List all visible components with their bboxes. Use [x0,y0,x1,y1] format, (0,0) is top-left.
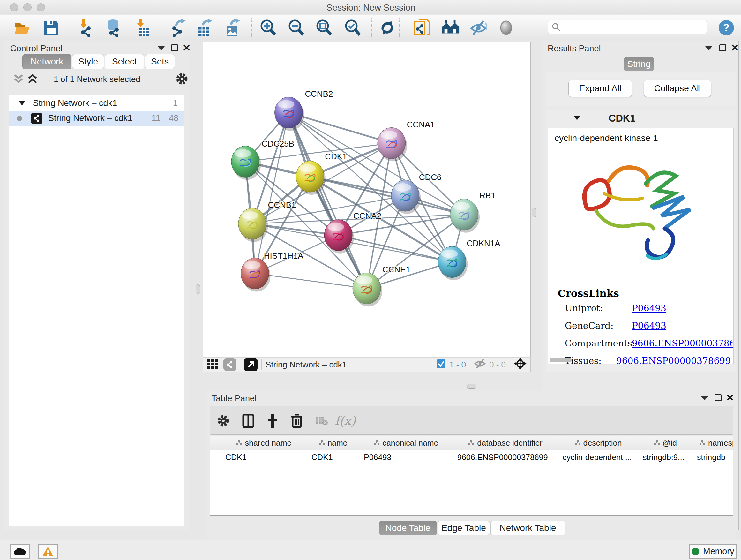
network-collection-row[interactable]: String Network – cdk1 1 [9,96,184,111]
tab-node-table[interactable]: Node Table [379,521,437,536]
tab-select[interactable]: Select [105,54,144,69]
table-cell[interactable]: CDK1 [221,450,307,464]
zoom-fit-icon[interactable] [315,18,333,37]
network-row[interactable]: String Network – cdk1 11 48 [9,111,184,126]
tab-network[interactable]: Network [22,54,71,69]
results-hscroll-thumb[interactable] [549,358,572,362]
panel-float-icon[interactable] [701,396,708,400]
table-cell[interactable]: 9606.ENSP00000378699 [453,450,558,464]
table-cell[interactable]: P06493 [359,450,453,464]
node-RB1[interactable]: RB1 [450,191,495,233]
edge-CCNB2-HIST1H1A[interactable] [255,113,289,273]
column-header-namespace[interactable]: namespace [692,436,733,449]
column-header-shared-name[interactable]: shared name [221,436,307,449]
network-badge-icon[interactable] [223,358,236,371]
node-CCNB2[interactable]: CCNB2 [275,89,333,131]
tab-sets[interactable]: Sets [145,54,175,69]
string-network-graph[interactable]: CCNB2CCNA1CDC25BCDK1CDC6RB1CCNB1CCNA2CDK… [203,42,530,357]
edge-HIST1H1A-CCNE1[interactable] [255,273,367,289]
open-session-icon[interactable] [13,18,31,37]
node-HIST1H1A[interactable]: HIST1H1A [241,251,304,292]
tab-style[interactable]: Style [72,54,104,69]
node-CCNA1[interactable]: CCNA1 [378,120,435,161]
node-table[interactable]: shared namenamecanonical namedatabase id… [210,436,733,516]
table-cell[interactable]: CDK1 [307,450,359,464]
collection-expand-icon[interactable] [18,98,26,108]
zoom-selected-icon[interactable] [343,18,362,37]
delete-column-trash-icon[interactable] [288,412,306,430]
edge-CCNA2-CDKN1A[interactable] [338,235,452,262]
panel-float-icon[interactable] [705,46,712,51]
left-splitter-handle[interactable] [196,285,200,294]
export-network-icon[interactable] [170,18,188,37]
results-tab-string[interactable]: String [623,57,654,71]
search-input[interactable] [563,22,703,33]
table-cell[interactable]: stringdb:9... [638,450,692,464]
save-session-icon[interactable] [42,18,60,37]
export-image-icon[interactable] [223,18,242,37]
table-cell[interactable]: cyclin-dependent ... [558,450,638,464]
collection-count: 1 [173,98,178,108]
results-panel-title: Results Panel [548,44,601,54]
column-header-description[interactable]: description [558,436,638,449]
column-header-canonical-name[interactable]: canonical name [359,436,453,449]
panel-float-icon[interactable] [158,46,165,51]
right-splitter-handle[interactable] [532,208,536,217]
network-options-gear-icon[interactable] [175,72,189,87]
panel-close-icon[interactable]: ✕ [183,42,191,53]
table-mode-gear-icon[interactable] [214,412,232,430]
show-columns-icon[interactable] [239,412,257,430]
cloud-status-button[interactable] [10,544,30,559]
create-column-icon[interactable] [264,412,281,430]
selected-checkbox-icon[interactable] [436,359,446,371]
table-cell[interactable]: stringdb [692,450,733,464]
birdseye-crosshair-icon[interactable] [514,357,527,372]
detach-view-icon[interactable] [244,358,258,371]
column-header-database-identifier[interactable]: database identifier [453,436,558,449]
grid-view-icon[interactable] [207,358,218,372]
delete-table-icon[interactable] [313,412,331,430]
tab-network-table[interactable]: Network Table [490,521,565,536]
gene-section-header[interactable]: CDK1 [546,110,736,127]
warning-status-button[interactable] [38,544,58,559]
refresh-icon[interactable] [378,18,397,37]
panel-undock-icon[interactable] [719,44,726,51]
hide-graphics-eye-icon[interactable] [469,18,488,37]
level-of-detail-sphere-icon[interactable] [497,18,515,37]
function-builder-icon[interactable]: f(x) [336,412,354,430]
import-table-icon[interactable] [134,18,152,37]
zoom-in-icon[interactable] [259,18,277,37]
memory-button[interactable]: Memory [689,544,737,559]
panel-undock-icon[interactable] [715,394,722,401]
network-current-dot-icon [17,116,22,121]
panel-undock-icon[interactable] [171,44,178,51]
node-CCNE1[interactable]: CCNE1 [353,265,410,307]
network-from-selection-icon[interactable] [413,18,432,37]
export-table-icon[interactable] [196,18,214,37]
crosslink-link[interactable]: 9606.ENSP00000378699 [616,356,731,364]
network-canvas[interactable]: CCNB2CCNA1CDC25BCDK1CDC6RB1CCNB1CCNA2CDK… [203,42,531,357]
bottom-splitter-handle[interactable] [467,384,476,388]
hidden-eye-slash-icon[interactable] [474,359,486,371]
node-CDKN1A[interactable]: CDKN1A [438,239,501,280]
houses-icon[interactable] [441,18,460,37]
tab-edge-table[interactable]: Edge Table [437,521,490,536]
table-body: CDK1CDK1P064939606.ENSP00000378699cyclin… [210,450,733,464]
column-header-name[interactable]: name [307,436,359,449]
column-header--id[interactable]: @id [638,436,692,449]
edge-CCNB2-CCNE1[interactable] [288,113,367,289]
import-network-file-icon[interactable] [77,18,96,37]
crosslink-link[interactable]: P06493 [632,320,666,331]
crosslink-link[interactable]: 9606.ENSP00000378699 [632,338,734,349]
table-row[interactable]: CDK1CDK1P064939606.ENSP00000378699cyclin… [210,450,733,464]
zoom-out-icon[interactable] [287,18,306,37]
gene-collapse-icon[interactable] [573,115,581,122]
crosslink-link[interactable]: P06493 [632,303,666,314]
panel-close-icon[interactable]: ✕ [726,392,734,403]
expand-all-button[interactable]: Expand All [568,80,632,97]
import-network-database-icon[interactable] [105,18,123,37]
collapse-all-button[interactable]: Collapse All [644,80,711,97]
node-CCNB1[interactable]: CCNB1 [239,200,296,242]
panel-close-icon[interactable]: ✕ [731,42,739,53]
help-icon[interactable]: ? [717,18,736,37]
